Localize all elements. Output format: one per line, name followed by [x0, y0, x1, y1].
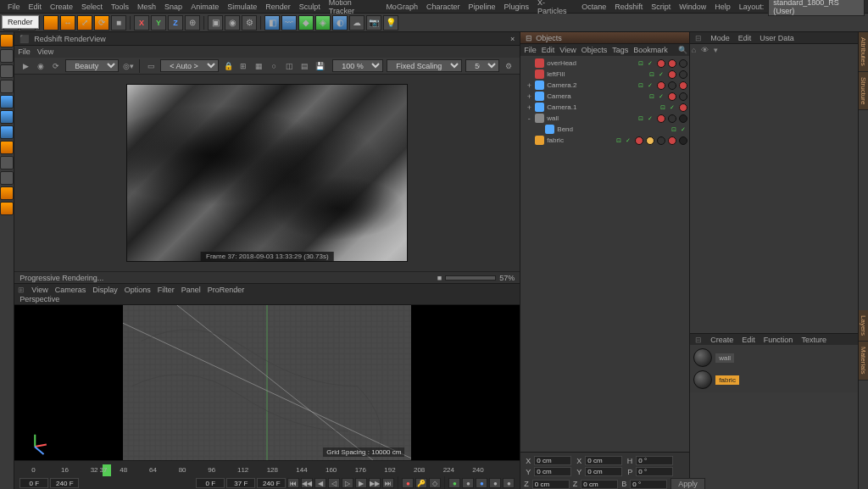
- rv-save-icon[interactable]: 💾: [314, 60, 326, 72]
- live-select-button[interactable]: [43, 15, 58, 31]
- texture-mode-button[interactable]: [0, 64, 14, 78]
- menu-help[interactable]: Help: [710, 3, 735, 11]
- object-tag[interactable]: [679, 70, 687, 79]
- obj-search-icon[interactable]: 🔍: [678, 46, 687, 54]
- tl-prev-frame[interactable]: ◀: [314, 478, 326, 488]
- add-generator-button[interactable]: ◆: [298, 15, 314, 31]
- rv-channel-select[interactable]: Beauty: [65, 59, 119, 72]
- renderview-close-button[interactable]: ×: [510, 35, 515, 43]
- tl-rot-key[interactable]: ●: [476, 478, 487, 488]
- menu-mesh[interactable]: Mesh: [133, 3, 160, 11]
- object-row[interactable]: + Camera.1 ⊡ ✓: [522, 102, 687, 113]
- mat-menu-create[interactable]: Create: [710, 336, 733, 344]
- visibility-toggle[interactable]: ⊡: [660, 104, 667, 111]
- axis-y-button[interactable]: Y: [151, 15, 166, 31]
- menu-create[interactable]: Create: [46, 3, 77, 11]
- tl-pla-key[interactable]: ●: [503, 478, 515, 488]
- menu-window[interactable]: Window: [675, 3, 710, 11]
- workplane-button[interactable]: [0, 80, 14, 93]
- polygons-mode-button[interactable]: [0, 125, 14, 139]
- rv-scale-pct[interactable]: 50 %: [465, 59, 499, 72]
- coord-sys-button[interactable]: ⊕: [185, 15, 200, 31]
- add-cube-button[interactable]: ◧: [264, 15, 280, 31]
- tl-range-start[interactable]: [196, 478, 225, 488]
- obj-eye-icon[interactable]: 👁: [701, 46, 709, 54]
- expand-icon[interactable]: +: [526, 103, 532, 112]
- tl-step-forward[interactable]: ▶▶: [369, 478, 381, 488]
- object-tag[interactable]: [668, 81, 676, 90]
- scale-button[interactable]: ⤢: [77, 15, 92, 31]
- menu-animate[interactable]: Animate: [186, 3, 223, 11]
- material-name[interactable]: wall: [715, 353, 734, 363]
- rv-compare-icon[interactable]: ▤: [298, 60, 310, 72]
- attr-menu-mode[interactable]: Mode: [710, 34, 730, 42]
- rv-settings-button[interactable]: ⚙: [503, 60, 515, 72]
- object-tag[interactable]: [668, 92, 676, 101]
- material-preview-icon[interactable]: [693, 348, 712, 367]
- viewport-axis-gizmo[interactable]: [19, 425, 50, 455]
- rv-snapshot-button[interactable]: ◎▾: [122, 60, 134, 72]
- vp-menu-prorender[interactable]: ProRender: [208, 286, 245, 294]
- menu-character[interactable]: Character: [422, 3, 465, 11]
- object-tag[interactable]: [646, 136, 654, 145]
- layout-dropdown[interactable]: standard_1800_RS (User): [768, 0, 865, 16]
- vp-menu-panel[interactable]: Panel: [181, 286, 201, 294]
- object-tag[interactable]: [668, 59, 676, 68]
- points-mode-button[interactable]: [0, 95, 14, 108]
- rotate-button[interactable]: ⟳: [94, 15, 109, 31]
- rv-lock-button[interactable]: 🔒: [222, 60, 234, 72]
- progress-stop-button[interactable]: ■: [437, 274, 442, 282]
- viewport-solo-button[interactable]: [0, 156, 14, 169]
- menu-mograph[interactable]: MoGraph: [381, 3, 422, 11]
- render-toggle[interactable]: ✓: [681, 126, 687, 133]
- objects-tree[interactable]: overHead ⊡ ✓ leftFill ⊡ ✓ + Camera.2 ⊡ ✓…: [520, 56, 689, 452]
- vp-menu-display[interactable]: Display: [92, 286, 118, 294]
- menu-motion-tracker[interactable]: Motion Tracker: [325, 0, 382, 15]
- obj-filter-icon[interactable]: ▾: [714, 46, 718, 54]
- material-name[interactable]: fabric: [715, 375, 739, 385]
- rv-overlay-icon[interactable]: ◫: [283, 60, 295, 72]
- obj-menu-tags[interactable]: Tags: [612, 46, 628, 54]
- add-environment-button[interactable]: ☁: [349, 15, 364, 31]
- rv-render-button[interactable]: ▶: [19, 60, 31, 72]
- rot-h[interactable]: [636, 456, 673, 465]
- object-row[interactable]: - wall ⊡ ✓: [522, 113, 687, 124]
- rv-zoom-select[interactable]: 100 %: [332, 59, 383, 72]
- viewport-mesh-view[interactable]: Grid Spacing : 10000 cm: [123, 305, 411, 460]
- rv-circle-icon[interactable]: ○: [268, 60, 280, 72]
- visibility-toggle[interactable]: ⊡: [649, 93, 656, 100]
- obj-menu-edit[interactable]: Edit: [542, 46, 555, 54]
- last-tool-button[interactable]: ■: [111, 15, 126, 31]
- object-tag[interactable]: [668, 136, 676, 145]
- visibility-toggle[interactable]: ⊡: [649, 71, 656, 78]
- planar-workplane-button[interactable]: [0, 202, 14, 215]
- axis-x-button[interactable]: X: [134, 15, 149, 31]
- object-tag[interactable]: [679, 136, 687, 145]
- size-y[interactable]: [585, 467, 622, 476]
- object-row[interactable]: overHead ⊡ ✓: [522, 58, 687, 69]
- timeline-ruler[interactable]: 0163237486480961121281441601761922082242…: [14, 461, 520, 476]
- menu-sculpt[interactable]: Sculpt: [295, 3, 325, 11]
- menu-script[interactable]: Script: [647, 3, 675, 11]
- menu-snap[interactable]: Snap: [160, 3, 186, 11]
- visibility-toggle[interactable]: ⊡: [616, 137, 623, 144]
- object-tag[interactable]: [679, 114, 687, 123]
- snapping-button[interactable]: [0, 171, 14, 185]
- menu-redshift[interactable]: Redshift: [610, 3, 647, 11]
- size-x[interactable]: [585, 456, 622, 465]
- obj-menu-view[interactable]: View: [559, 46, 576, 54]
- tab-attributes[interactable]: Attributes: [859, 32, 868, 72]
- vp-menu-options[interactable]: Options: [125, 286, 151, 294]
- object-tag[interactable]: [668, 70, 676, 79]
- tl-scale-key[interactable]: ●: [462, 478, 474, 488]
- tl-autokey-button[interactable]: 🔑: [415, 478, 427, 488]
- menu-xparticles[interactable]: X-Particles: [533, 0, 577, 15]
- rv-region-button[interactable]: ▭: [145, 60, 157, 72]
- menu-render[interactable]: Render: [261, 3, 295, 11]
- rv-auto-select[interactable]: < Auto >: [160, 59, 219, 72]
- object-tag[interactable]: [679, 103, 687, 112]
- object-tag[interactable]: [657, 81, 665, 90]
- obj-menu-file[interactable]: File: [524, 46, 537, 54]
- add-camera-button[interactable]: 📷: [366, 15, 381, 31]
- object-tag[interactable]: [657, 114, 665, 123]
